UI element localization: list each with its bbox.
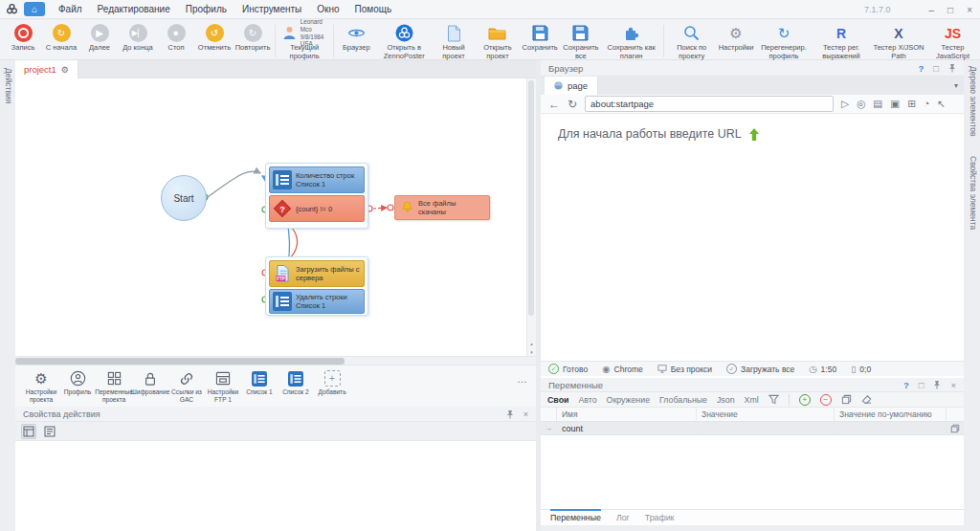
browser-viewport[interactable]: Для начала работы введите URL — [541, 114, 964, 361]
tab-global[interactable]: Глобальные — [659, 395, 707, 405]
browser-tab-page[interactable]: page — [545, 77, 598, 95]
scroll-down-icon[interactable]: ▾ — [527, 349, 536, 355]
action-group-top[interactable]: Количество строкСписок 1 ? {count} != 0 — [265, 163, 368, 229]
list1-button[interactable]: Список 1 — [241, 369, 278, 407]
page-source-icon[interactable]: ▤ — [873, 99, 882, 109]
gac-references-button[interactable]: Ссылки из GAC — [168, 369, 205, 407]
search-project-button[interactable]: Поиск по проекту — [666, 23, 717, 60]
regenerate-profile-button[interactable]: ↻ Перегенерир. профиль — [755, 23, 813, 60]
cursor-icon[interactable]: ↖ — [937, 99, 946, 109]
menu-tools[interactable]: Инструменты — [234, 0, 309, 19]
column-name[interactable]: Имя — [557, 408, 697, 421]
variables-table-body[interactable] — [541, 435, 964, 509]
actions-dock-tab[interactable]: Действия — [2, 68, 13, 103]
project-variables-button[interactable]: Переменные проекта — [96, 369, 132, 407]
js-tester-button[interactable]: JS Тестер JavaScript — [927, 23, 978, 60]
start-node[interactable]: Start — [161, 175, 207, 221]
download-files-action[interactable]: FTP Загрузить файлы с сервера — [269, 260, 365, 287]
element-tree-dock-tab[interactable]: Дерево элементов — [967, 66, 978, 137]
copy-row-icon[interactable] — [946, 422, 964, 434]
run-icon[interactable]: ▷ — [841, 99, 849, 109]
xpath-tester-button[interactable]: X Тестер X/JSON Path — [870, 23, 927, 60]
menu-window[interactable]: Окно — [309, 0, 346, 19]
pin-icon[interactable] — [933, 380, 941, 389]
tab-list-dropdown-icon[interactable]: ▾ — [954, 81, 958, 90]
settings-button[interactable]: ⚙ Настройки — [717, 23, 755, 53]
back-icon[interactable]: ← — [548, 99, 560, 110]
list2-button[interactable]: Список 2 — [278, 369, 314, 407]
history-icon[interactable]: ◔ — [924, 99, 929, 109]
alphabetical-view-button[interactable] — [42, 424, 57, 439]
add-resource-button[interactable]: + Добавить — [314, 369, 350, 407]
tab-own[interactable]: Свои — [547, 395, 568, 405]
condition-action[interactable]: ? {count} != 0 — [269, 195, 365, 222]
footer-tab-log[interactable]: Лог — [616, 510, 630, 522]
more-button[interactable]: … — [517, 373, 528, 385]
open-in-zennoposter-button[interactable]: Открыть в ZennoPoster — [375, 23, 433, 60]
stop-button[interactable]: ■ Стоп — [157, 23, 195, 53]
variable-default-cell[interactable] — [835, 422, 946, 434]
menu-profile[interactable]: Профиль — [178, 0, 234, 19]
save-all-button[interactable]: Сохранить все — [559, 23, 603, 60]
open-project-button[interactable]: Открыть проект — [475, 23, 521, 60]
browser-toggle-button[interactable]: Браузер — [337, 23, 375, 53]
count-rows-action[interactable]: Количество строкСписок 1 — [269, 166, 365, 193]
scrollbar-thumb[interactable] — [15, 358, 345, 365]
tab-auto[interactable]: Авто — [578, 395, 596, 405]
restart-button[interactable]: ↻ С начала — [42, 23, 80, 53]
project-tab[interactable]: project1 ⚙ — [15, 60, 78, 78]
maximize-panel-icon[interactable]: □ — [919, 380, 924, 390]
categorized-view-button[interactable] — [21, 424, 36, 439]
maximize-panel-icon[interactable]: □ — [933, 63, 939, 74]
element-properties-dock-tab[interactable]: Свойства элемента — [967, 156, 978, 230]
minimize-button[interactable]: – — [929, 5, 935, 15]
panels-layout-icon[interactable]: ⊞ — [907, 99, 916, 109]
notification-node[interactable]: Все файлы скачаны — [394, 195, 490, 220]
maximize-button[interactable]: □ — [947, 5, 953, 15]
project-settings-button[interactable]: ⚙ Настройки проекта — [23, 369, 59, 407]
canvas-horizontal-scrollbar[interactable] — [15, 356, 536, 365]
add-variable-icon[interactable]: + — [799, 394, 811, 406]
close-panel-icon[interactable]: × — [950, 380, 956, 390]
undo-button[interactable]: ↺ Отменить — [195, 23, 234, 53]
target-icon[interactable]: ◎ — [857, 99, 865, 109]
tab-json[interactable]: Json — [717, 395, 735, 405]
close-button[interactable]: × — [967, 5, 972, 15]
column-default[interactable]: Значение по-умолчанию — [835, 408, 946, 421]
column-value[interactable]: Значение — [697, 408, 835, 421]
filter-icon[interactable] — [768, 394, 779, 405]
record-button[interactable]: Запись — [4, 23, 42, 53]
url-input[interactable] — [585, 96, 834, 112]
variable-name-cell[interactable]: count — [557, 422, 697, 434]
scrollbar-thumb[interactable] — [528, 80, 534, 316]
pin-icon[interactable] — [948, 63, 956, 73]
menu-edit[interactable]: Редактирование — [90, 0, 178, 19]
run-to-end-button[interactable]: ▶▏ До конца — [119, 23, 157, 53]
redo-button[interactable]: ↻ Повторить — [234, 23, 272, 53]
variable-value-cell[interactable] — [697, 422, 835, 434]
home-button[interactable]: ⌂ — [24, 2, 45, 16]
menu-help[interactable]: Помощь — [347, 0, 400, 19]
close-panel-icon[interactable]: × — [523, 409, 528, 419]
project-settings-icon[interactable]: ⚙ — [61, 65, 69, 75]
canvas-vertical-scrollbar[interactable]: ▴ ▾ — [526, 78, 536, 356]
new-window-icon[interactable]: ▣ — [890, 99, 900, 109]
tab-xml[interactable]: Xml — [745, 395, 759, 405]
step-next-button[interactable]: ▶ Далее — [80, 23, 119, 53]
current-profile-button[interactable]: Leonard Mco 9/8/1984 USA Текущий профиль — [278, 23, 331, 60]
delete-rows-action[interactable]: Удалить строкиСписок 1 — [269, 289, 365, 314]
regex-tester-button[interactable]: R Тестер рег. выражений — [813, 23, 870, 60]
help-icon[interactable]: ? — [903, 380, 909, 390]
new-project-button[interactable]: Новый проект — [433, 23, 475, 60]
footer-tab-traffic[interactable]: Трафик — [645, 510, 675, 522]
save-as-plugin-button[interactable]: Сохранить как плагин — [603, 23, 660, 60]
eraser-icon[interactable] — [861, 394, 873, 405]
pin-icon[interactable] — [506, 409, 514, 419]
tab-environment[interactable]: Окружение — [607, 395, 650, 405]
help-icon[interactable]: ? — [918, 63, 924, 74]
save-button[interactable]: Сохранить — [521, 23, 559, 53]
reload-icon[interactable]: ↻ — [568, 99, 577, 110]
variable-row[interactable]: → count — [541, 422, 964, 435]
flowchart-canvas[interactable]: Start Количество строкСписок 1 ? {count}… — [15, 78, 536, 356]
encryption-button[interactable]: Шифрование — [132, 369, 168, 407]
